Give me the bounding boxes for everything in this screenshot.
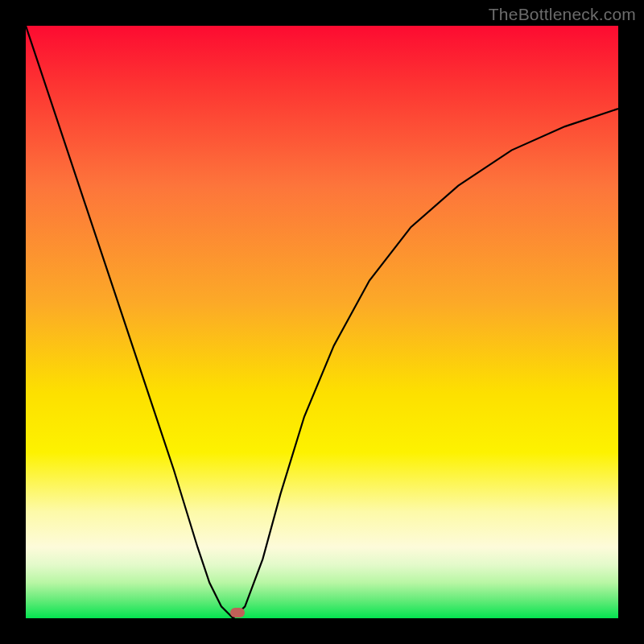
watermark-text: TheBottleneck.com — [489, 5, 636, 24]
bottleneck-curve-path — [26, 26, 618, 618]
curve-svg — [26, 26, 618, 618]
bottleneck-plot — [26, 26, 618, 618]
optimum-marker — [230, 608, 245, 617]
